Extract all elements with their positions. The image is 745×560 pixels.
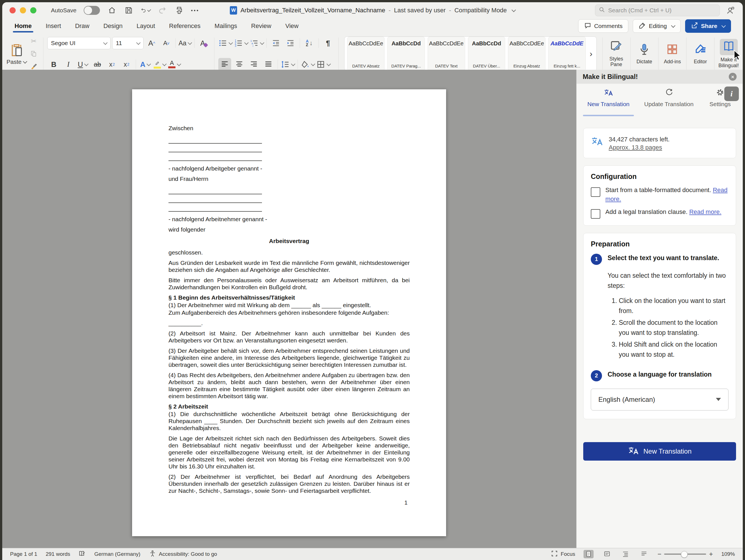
zoom-level[interactable]: 109% (721, 551, 735, 557)
style-einzug-fett[interactable]: AaBbCcDdEEinzug fett k... (548, 37, 586, 71)
copy-icon[interactable] (28, 49, 39, 59)
maximize-window-button[interactable] (30, 7, 36, 13)
minimize-window-button[interactable] (20, 7, 26, 13)
save-icon[interactable] (124, 6, 133, 15)
highlight-color-button[interactable] (153, 58, 166, 71)
line-spacing-button[interactable] (281, 58, 295, 71)
tab-draw[interactable]: Draw (74, 20, 90, 32)
info-button[interactable]: i (724, 87, 739, 101)
bullet-list-button[interactable] (218, 37, 232, 50)
new-translation-button[interactable]: New Translation (583, 442, 736, 461)
autosave-toggle[interactable] (84, 6, 100, 15)
tab-insert[interactable]: Insert (45, 20, 62, 32)
sort-button[interactable]: AZ↓ (303, 37, 316, 50)
language-value: English (American) (598, 396, 655, 403)
proofing-icon[interactable] (78, 550, 86, 559)
title-chevron-down-icon[interactable] (512, 7, 516, 12)
web-layout-view-button[interactable] (602, 550, 612, 558)
paste-button[interactable]: Paste (6, 36, 27, 72)
show-formatting-marks-button[interactable]: ¶ (322, 37, 334, 50)
tab-references[interactable]: References (168, 20, 201, 32)
tab-view[interactable]: View (285, 20, 299, 32)
style-einzug-absatz[interactable]: AaBbCcDdEeEinzug Absatz (508, 37, 546, 71)
tab-design[interactable]: Design (103, 20, 123, 32)
more-styles-chevron-icon[interactable]: › (588, 49, 593, 59)
clear-formatting-button[interactable]: A (197, 37, 210, 50)
more-commands-icon[interactable] (191, 10, 198, 11)
font-name-combobox[interactable]: Segoe UI (47, 37, 110, 49)
print-icon[interactable] (174, 6, 184, 15)
justify-button[interactable] (262, 58, 275, 71)
align-left-button[interactable] (218, 58, 231, 71)
font-size-combobox[interactable]: 11 (112, 37, 143, 49)
editing-mode-button[interactable]: Editing (633, 19, 680, 33)
tab-mailings[interactable]: Mailings (214, 20, 238, 32)
close-panel-icon[interactable]: × (729, 73, 737, 81)
word-count[interactable]: 291 words (45, 551, 70, 557)
focus-mode-button[interactable]: Focus (551, 550, 575, 559)
approx-pages-link[interactable]: Approx. 13.8 pages (609, 144, 662, 151)
shading-button[interactable] (300, 58, 315, 71)
bold-button[interactable]: B (47, 58, 60, 71)
undo-dropdown-chevron-icon[interactable] (148, 8, 151, 11)
undo-icon[interactable] (141, 6, 150, 15)
increase-indent-button[interactable] (284, 37, 297, 50)
home-icon[interactable] (107, 6, 117, 15)
tab-home[interactable]: Home (14, 20, 32, 32)
legal-clause-checkbox[interactable] (591, 209, 600, 219)
font-color-button[interactable]: A (168, 58, 181, 71)
strikethrough-button[interactable]: ab (91, 58, 104, 71)
style-datev-text[interactable]: AaBbCcDdEeDATEV Text (428, 37, 465, 71)
grow-font-button[interactable]: A^ (145, 37, 158, 50)
align-right-button[interactable] (248, 58, 260, 71)
share-chevron-down-icon (721, 23, 726, 28)
accessibility-status[interactable]: Accessibility: Good to go (149, 550, 217, 559)
outline-view-button[interactable] (620, 550, 630, 558)
superscript-button[interactable]: x2 (120, 58, 133, 71)
comments-button[interactable]: Comments (578, 19, 628, 33)
language-status[interactable]: German (Germany) (94, 551, 140, 557)
cut-icon[interactable]: ✂ (28, 36, 39, 46)
multilevel-list-button[interactable]: 1ai (250, 37, 264, 50)
add-ins-button[interactable]: Add-ins (662, 36, 682, 72)
close-window-button[interactable] (9, 7, 16, 13)
tab-new-translation[interactable]: New Translation (578, 88, 639, 116)
print-layout-view-button[interactable] (584, 550, 593, 558)
zoom-slider-thumb[interactable] (681, 551, 688, 558)
compatibility-mode-label[interactable]: Compatibility Mode (454, 7, 507, 14)
dictate-button[interactable]: Dictate (635, 36, 654, 72)
underline-button[interactable]: U (76, 58, 89, 71)
shrink-font-button[interactable]: Av (160, 37, 173, 50)
share-button[interactable]: Share (685, 19, 731, 33)
align-center-button[interactable] (233, 58, 246, 71)
style-datev-ueberschrift[interactable]: AaBbCcDdDATEV Über... (468, 37, 506, 71)
text-effects-button[interactable]: A (139, 58, 152, 71)
tab-update-translation[interactable]: Update Translation (639, 88, 699, 116)
subscript-button[interactable]: x2 (105, 58, 118, 71)
borders-button[interactable] (316, 58, 330, 71)
change-case-button[interactable]: Aa (179, 37, 191, 50)
language-select[interactable]: English (American) (591, 388, 728, 410)
style-datev-absatz[interactable]: AaBbCcDdEeDATEV Absatz (347, 37, 385, 71)
zoom-slider-track[interactable] (664, 554, 706, 555)
tab-review[interactable]: Review (251, 20, 272, 32)
table-formatted-checkbox[interactable] (591, 187, 600, 197)
search-input[interactable] (608, 7, 716, 14)
draft-view-button[interactable] (639, 550, 649, 558)
search-box[interactable] (595, 4, 720, 16)
italic-button[interactable]: I (62, 58, 75, 71)
style-datev-paragraph[interactable]: AaBbCcDdDATEV Parag... (387, 37, 425, 71)
numbered-list-button[interactable]: 123 (234, 37, 248, 50)
styles-pane-button[interactable]: Styles Pane (606, 36, 626, 72)
page-count[interactable]: Page 1 of 1 (10, 551, 37, 557)
account-people-icon[interactable] (726, 6, 736, 15)
tab-layout[interactable]: Layout (136, 20, 156, 32)
zoom-slider[interactable]: − + (657, 554, 713, 555)
make-it-bilingual-button[interactable]: Make it Bilingual! (718, 36, 739, 72)
decrease-indent-button[interactable] (269, 37, 282, 50)
editor-button[interactable]: Editor (690, 36, 710, 72)
read-more-link[interactable]: Read more. (689, 208, 721, 215)
blank-line (168, 144, 262, 152)
document-page[interactable]: Zwischen - nachfolgend Arbeitgeber genan… (132, 89, 446, 536)
paste-label: Paste (6, 59, 22, 65)
